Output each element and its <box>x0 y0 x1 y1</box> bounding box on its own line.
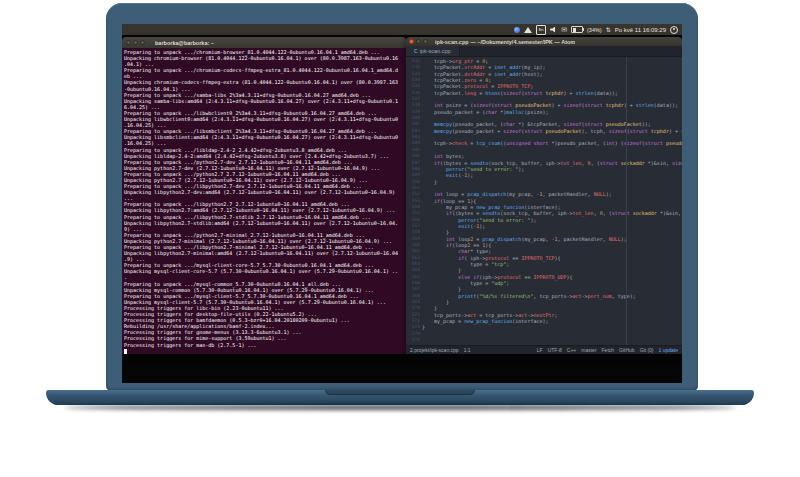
laptop-lid: En ✉ (34%) ⇅ Po kvě 11 16:09:29 barborka… <box>106 3 698 391</box>
code-line <box>422 337 682 343</box>
sync-arrows-icon[interactable]: ⇅ <box>606 27 611 33</box>
code-line: memcpy(pseudo_packet + sizeof(struct pse… <box>422 128 682 134</box>
terminal-line: Unpacking chromium-codecs-ffmpeg-extra (… <box>124 79 404 85</box>
terminal-line: Preparing to unpack .../samba-libs_2%3a4… <box>124 92 404 98</box>
editor-title: ipk-scan.cpp — ~/Dokumenty/4.semester/IP… <box>435 39 575 45</box>
laptop-mockup: En ✉ (34%) ⇅ Po kvě 11 16:09:29 barborka… <box>0 0 800 477</box>
terminal-line: Unpacking libpython2.7-stdlib:amd64 (2.7… <box>124 220 404 226</box>
statusbar-item[interactable]: LF <box>537 347 543 353</box>
laptop-shadow <box>64 405 736 410</box>
keyboard-layout-indicator[interactable]: En <box>536 25 546 35</box>
terminal-maximize-button[interactable] <box>140 40 145 45</box>
terminal-line: Preparing to unpack .../chromium-codecs-… <box>124 67 404 73</box>
terminal-window: barborka@barborka: ~ Preparing to unpack… <box>122 37 406 354</box>
line-number: 575 <box>406 337 420 343</box>
statusbar-item[interactable]: UTF-8 <box>548 347 562 353</box>
editor-close-button[interactable] <box>409 39 414 44</box>
code-line: int psize = (sizeof(struct pseudoPacket)… <box>422 102 682 108</box>
editor-minimize-button[interactable] <box>416 39 421 44</box>
laptop-base <box>46 390 754 405</box>
editor-titlebar[interactable]: ipk-scan.cpp — ~/Dokumenty/4.semester/IP… <box>406 37 682 46</box>
terminal-line: Unpacking libldap-2.4-2:amd64 (2.4.42+df… <box>124 153 404 159</box>
screen: En ✉ (34%) ⇅ Po kvě 11 16:09:29 barborka… <box>122 24 682 383</box>
terminal-line: Unpacking python2.7-dev (2.7.12-1ubuntu0… <box>124 165 404 171</box>
terminal-line: Preparing to unpack .../python2.7-minima… <box>124 232 404 238</box>
desktop-menubar: En ✉ (34%) ⇅ Po kvě 11 16:09:29 <box>122 24 682 35</box>
statusbar-file-path[interactable]: 2.projekt/ipk-scan.cpp <box>410 347 459 353</box>
terminal-cursor-line <box>124 348 404 354</box>
editor-statusbar: 2.projekt/ipk-scan.cpp 1:1 LFUTF-8C++mas… <box>406 345 682 354</box>
statusbar-item[interactable]: master <box>581 347 596 353</box>
code-line: tcph->check = tcp_csum((unsigned short *… <box>422 140 682 146</box>
messages-icon[interactable]: ✉ <box>561 27 567 33</box>
battery-percentage: (34%) <box>587 27 602 33</box>
statusbar-item[interactable]: Git (0) <box>640 347 654 353</box>
battery-icon[interactable] <box>571 26 583 33</box>
statusbar-item[interactable]: Fetch <box>602 347 615 353</box>
editor-tabbar: C ipk-scan.cpp <box>406 46 682 57</box>
laptop-base-notch <box>325 390 475 395</box>
terminal-line: Preparing to unpack .../libpython2.7-std… <box>124 214 404 220</box>
tab-ipk-scan[interactable]: C ipk-scan.cpp <box>406 46 460 56</box>
statusbar-item[interactable]: C++ <box>567 347 576 353</box>
statusbar-cursor-position[interactable]: 1:1 <box>464 347 471 353</box>
editor-body: 5315325335345355365375385395405415425435… <box>406 57 682 345</box>
editor-code[interactable]: tcph->urg_ptr = 0; tcpPacket.srcAddr = i… <box>422 57 682 345</box>
wrap-guide <box>626 57 627 345</box>
statusbar-item[interactable]: 1 update <box>659 347 678 353</box>
app-indicator-icon[interactable] <box>514 27 520 33</box>
terminal-line: Unpacking chromium-browser (81.0.4044.12… <box>124 55 404 61</box>
terminal-close-button[interactable] <box>126 40 131 45</box>
terminal-title: barborka@barborka: ~ <box>155 40 214 46</box>
terminal-line: Unpacking mysql-common (5.7.30-0ubuntu0.… <box>124 287 404 293</box>
cpp-file-icon: C <box>414 48 418 54</box>
wifi-icon[interactable] <box>524 27 532 33</box>
editor-gutter: 5315325335345355365375385395405415425435… <box>406 57 422 345</box>
terminal-titlebar[interactable]: barborka@barborka: ~ <box>122 37 406 48</box>
editor-window: ipk-scan.cpp — ~/Dokumenty/4.semester/IP… <box>406 37 682 354</box>
tab-label: ipk-scan.cpp <box>420 48 451 54</box>
terminal-output: Preparing to unpack .../chromium-browser… <box>122 48 406 354</box>
terminal-line: Unpacking samba-libs:amd64 (2:4.3.11+dfs… <box>124 98 404 104</box>
terminal-cursor <box>124 349 127 354</box>
terminal-line: Unpacking libpython2.7-minimal:amd64 (2.… <box>124 250 404 256</box>
volume-icon[interactable] <box>550 27 557 33</box>
terminal-minimize-button[interactable] <box>133 40 138 45</box>
editor-maximize-button[interactable] <box>423 39 428 44</box>
terminal-line: Unpacking mysql-client-core-5.7 (5.7.30-… <box>124 268 404 274</box>
statusbar-item[interactable]: GitHub <box>619 347 635 353</box>
terminal-line: Unpacking libpython2.7-dev:amd64 (2.7.12… <box>124 189 404 195</box>
terminal-line: Unpacking libpython2.7:amd64 (2.7.12-1ub… <box>124 207 404 213</box>
clock[interactable]: Po kvě 11 16:09:29 <box>615 27 666 33</box>
session-gear-icon[interactable] <box>670 26 678 34</box>
